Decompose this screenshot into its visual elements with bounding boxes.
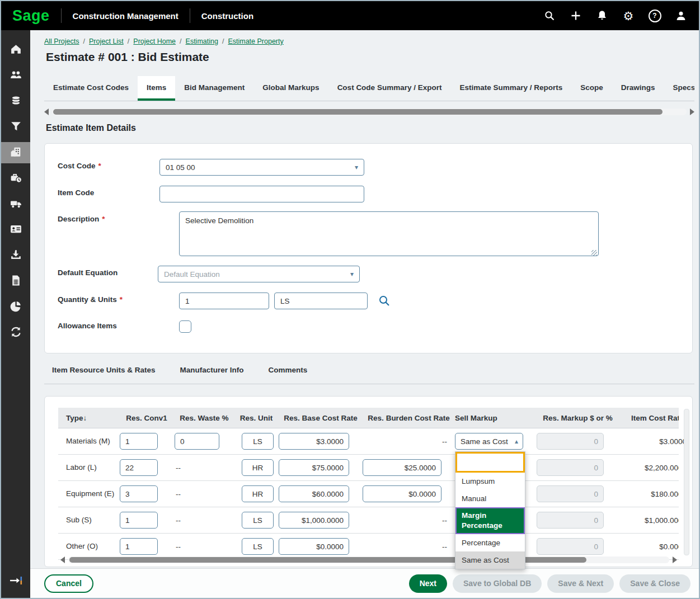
col-header-res-conv1[interactable]: Res. Conv1 xyxy=(119,414,175,422)
dropdown-option-manual[interactable]: Manual xyxy=(455,490,525,507)
col-header-burden-cost[interactable]: Res. Burden Cost Rate xyxy=(363,414,455,422)
tab-drawings[interactable]: Drawings xyxy=(612,76,664,101)
col-header-type[interactable]: Type↓ xyxy=(58,414,119,422)
cancel-button[interactable]: Cancel xyxy=(44,574,93,593)
breadcrumb-all-projects[interactable]: All Projects xyxy=(44,37,79,45)
help-icon[interactable]: ? xyxy=(648,9,661,22)
col-header-res-unit[interactable]: Res. Unit xyxy=(234,414,279,422)
sidebar-expand-button[interactable] xyxy=(1,574,30,589)
subtab-comments[interactable]: Comments xyxy=(269,366,308,374)
conv-input[interactable] xyxy=(120,433,158,450)
col-header-res-waste[interactable]: Res. Waste % xyxy=(175,414,234,422)
save-and-close-button[interactable]: Save & Close xyxy=(619,574,690,593)
allowance-items-checkbox[interactable] xyxy=(179,320,191,333)
save-to-global-db-button[interactable]: Save to Global DB xyxy=(453,574,542,593)
col-header-base-cost[interactable]: Res. Base Cost Rate xyxy=(279,414,363,422)
coins-icon xyxy=(10,94,22,109)
base-cost-input[interactable] xyxy=(279,512,349,529)
nav-contacts[interactable] xyxy=(1,219,30,240)
col-header-markup-pct[interactable]: Res. Markup $ or % xyxy=(537,414,619,422)
breadcrumb-estimating[interactable]: Estimating xyxy=(186,37,218,45)
scrollbar-thumb[interactable] xyxy=(53,109,663,115)
tab-cost-code-summary[interactable]: Cost Code Summary / Export xyxy=(328,76,451,101)
base-cost-input[interactable] xyxy=(279,459,349,476)
dropdown-search-input[interactable] xyxy=(455,452,525,473)
next-button[interactable]: Next xyxy=(409,574,447,593)
settings-gear-icon[interactable]: ⚙ xyxy=(622,9,635,22)
conv-input[interactable] xyxy=(120,538,158,555)
dropdown-option-margin-percentage[interactable]: Margin Percentage xyxy=(455,507,525,534)
conv-input[interactable] xyxy=(120,485,158,502)
nav-estimates-active[interactable] xyxy=(1,142,30,163)
conv-input[interactable] xyxy=(120,459,158,476)
scroll-right-arrow-icon[interactable] xyxy=(673,556,677,563)
scroll-left-arrow-icon[interactable] xyxy=(60,556,65,563)
tab-estimate-summary[interactable]: Estimate Summary / Reports xyxy=(450,76,571,101)
unit-input[interactable] xyxy=(274,293,368,309)
scroll-left-arrow-icon[interactable] xyxy=(44,109,49,115)
waste-input[interactable] xyxy=(175,433,219,450)
scroll-right-arrow-icon[interactable] xyxy=(690,109,694,115)
dropdown-option-lumpsum[interactable]: Lumpsum xyxy=(455,473,525,490)
nav-home[interactable] xyxy=(1,39,30,60)
unit-input[interactable] xyxy=(242,512,274,529)
nav-import[interactable] xyxy=(1,245,30,266)
notifications-bell-icon[interactable] xyxy=(595,9,609,22)
conv-input[interactable] xyxy=(120,512,158,529)
nav-coins[interactable] xyxy=(1,91,30,112)
profile-icon[interactable] xyxy=(674,9,688,22)
quantity-input[interactable] xyxy=(179,293,269,309)
table-vertical-scrollbar[interactable] xyxy=(684,409,689,555)
nav-team[interactable] xyxy=(1,65,30,86)
burden-cost-input[interactable] xyxy=(363,459,441,476)
nav-equipment[interactable] xyxy=(1,194,30,215)
search-icon[interactable] xyxy=(543,9,556,22)
unit-input[interactable] xyxy=(242,433,274,450)
description-textarea[interactable]: Selective Demolition xyxy=(179,211,599,256)
nav-toolbox[interactable] xyxy=(1,168,30,189)
unit-input[interactable] xyxy=(242,538,274,555)
tab-specs[interactable]: Specs xyxy=(664,76,694,101)
breadcrumb-estimate-property[interactable]: Estimate Property xyxy=(228,37,283,45)
dropdown-option-percentage[interactable]: Percentage xyxy=(455,534,525,551)
tab-bid-management[interactable]: Bid Management xyxy=(175,76,253,101)
nav-reports[interactable] xyxy=(1,296,30,318)
unit-lookup-search-icon[interactable] xyxy=(378,294,391,310)
pie-chart-icon xyxy=(10,300,22,315)
burden-cost-input[interactable] xyxy=(363,485,441,502)
estimate-item-details-card: Cost Code* 01 05 00 ▾ Item Code Descript… xyxy=(44,143,693,353)
tab-global-markups[interactable]: Global Markups xyxy=(253,76,328,101)
save-and-next-button[interactable]: Save & Next xyxy=(547,574,614,593)
scrollbar-track[interactable] xyxy=(68,556,669,563)
item-code-input[interactable] xyxy=(159,186,364,202)
breadcrumb-project-list[interactable]: Project List xyxy=(89,37,124,45)
subtab-resource-units-rates[interactable]: Item Resource Units & Rates xyxy=(52,366,156,374)
nav-spreadsheet[interactable] xyxy=(1,271,30,292)
base-cost-input[interactable] xyxy=(279,433,349,450)
sell-markup-select-open[interactable]: Same as Cost ▴ xyxy=(455,433,523,450)
tab-items[interactable]: Items xyxy=(138,76,175,101)
tab-estimate-cost-codes[interactable]: Estimate Cost Codes xyxy=(44,76,138,101)
add-icon[interactable] xyxy=(569,9,582,22)
chevron-up-icon: ▴ xyxy=(515,437,518,445)
unit-input[interactable] xyxy=(242,459,274,476)
scrollbar-track[interactable] xyxy=(52,109,687,115)
subtab-manufacturer-info[interactable]: Manufacturer Info xyxy=(180,366,244,374)
default-equation-select[interactable]: Default Equation ▾ xyxy=(158,266,360,282)
id-card-icon xyxy=(10,223,22,238)
base-cost-input[interactable] xyxy=(279,538,349,555)
unit-input[interactable] xyxy=(242,485,274,502)
chevron-down-icon: ▾ xyxy=(355,163,358,171)
cost-code-select[interactable]: 01 05 00 ▾ xyxy=(159,159,364,176)
tab-scope[interactable]: Scope xyxy=(571,76,612,101)
col-header-item-cost[interactable]: Item Cost Rate xyxy=(619,414,679,422)
nav-sync[interactable] xyxy=(1,322,30,343)
tabs-horizontal-scrollbar[interactable] xyxy=(44,107,694,116)
breadcrumb-project-home[interactable]: Project Home xyxy=(133,37,176,45)
col-header-sell-markup[interactable]: Sell Markup xyxy=(455,414,537,422)
nav-filter[interactable] xyxy=(1,116,30,138)
base-cost-input[interactable] xyxy=(279,485,349,502)
dropdown-option-same-as-cost[interactable]: Same as Cost xyxy=(455,551,525,569)
textarea-resize-grip[interactable] xyxy=(591,250,597,256)
table-horizontal-scrollbar[interactable] xyxy=(60,555,677,564)
